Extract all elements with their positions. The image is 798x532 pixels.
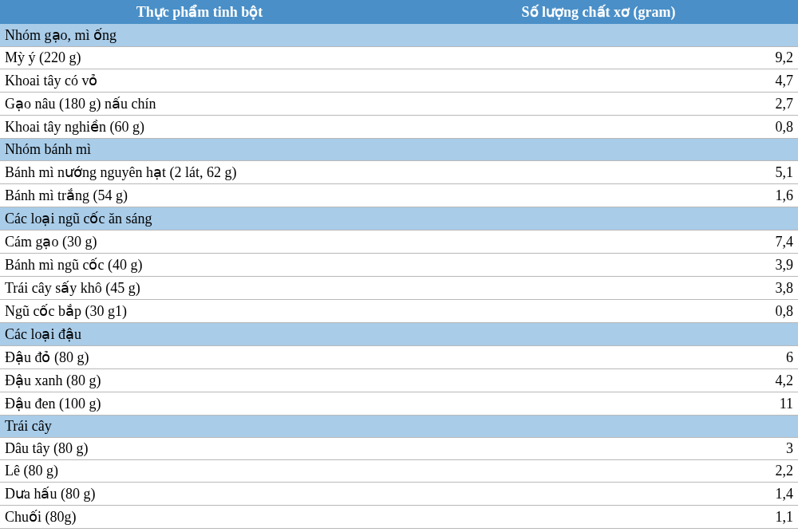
food-cell: Mỳ ý (220 g) [0, 47, 399, 69]
food-cell: Ngũ cốc bắp (30 g1) [0, 300, 399, 323]
table-row: Gạo nâu (180 g) nấu chín2,7 [0, 93, 798, 116]
food-cell: Lê (80 g) [0, 460, 399, 483]
fiber-cell: 1,1 [399, 506, 798, 529]
group-name: Nhóm gạo, mì ống [0, 24, 798, 47]
food-cell: Trái cây sấy khô (45 g) [0, 277, 399, 300]
food-cell: Đậu đen (100 g) [0, 392, 399, 416]
table-row: Cám gạo (30 g)7,4 [0, 231, 798, 254]
food-cell: Chuối (80g) [0, 506, 399, 529]
food-cell: Bánh mì ngũ cốc (40 g) [0, 254, 399, 277]
food-cell: Bánh mì nướng nguyên hạt (2 lát, 62 g) [0, 161, 399, 184]
table-row: Mỳ ý (220 g)9,2 [0, 47, 798, 69]
fiber-cell: 6 [399, 346, 798, 369]
fiber-cell: 2,2 [399, 460, 798, 483]
group-name: Các loại ngũ cốc ăn sáng [0, 207, 798, 231]
fiber-cell: 4,2 [399, 369, 798, 392]
table-row: Khoai tây có vỏ4,7 [0, 69, 798, 93]
fiber-cell: 5,1 [399, 161, 798, 184]
table-row: Đậu đỏ (80 g)6 [0, 346, 798, 369]
fiber-cell: 4,7 [399, 69, 798, 93]
table-row: Nho xanh, đỏ (80g)1 [0, 529, 798, 533]
food-cell: Bánh mì trắng (54 g) [0, 184, 399, 207]
fiber-cell: 9,2 [399, 47, 798, 69]
header-row: Thực phẩm tinh bột Số lượng chất xơ (gra… [0, 0, 798, 24]
fiber-cell: 0,8 [399, 300, 798, 323]
group-row: Các loại ngũ cốc ăn sáng [0, 207, 798, 231]
fiber-cell: 11 [399, 392, 798, 416]
table-row: Bánh mì trắng (54 g)1,6 [0, 184, 798, 207]
table-row: Đậu đen (100 g)11 [0, 392, 798, 416]
table-row: Lê (80 g)2,2 [0, 460, 798, 483]
table-row: Bánh mì nướng nguyên hạt (2 lát, 62 g)5,… [0, 161, 798, 184]
food-cell: Dưa hấu (80 g) [0, 483, 399, 506]
food-cell: Dâu tây (80 g) [0, 438, 399, 460]
fiber-cell: 2,7 [399, 93, 798, 116]
group-name: Trái cây [0, 416, 798, 438]
table-row: Chuối (80g)1,1 [0, 506, 798, 529]
fiber-cell: 3 [399, 438, 798, 460]
header-food: Thực phẩm tinh bột [0, 0, 399, 24]
group-row: Trái cây [0, 416, 798, 438]
table-row: Ngũ cốc bắp (30 g1)0,8 [0, 300, 798, 323]
food-cell: Đậu đỏ (80 g) [0, 346, 399, 369]
fiber-cell: 3,8 [399, 277, 798, 300]
group-name: Các loại đậu [0, 323, 798, 346]
food-cell: Nho xanh, đỏ (80g) [0, 529, 399, 533]
table-row: Dâu tây (80 g)3 [0, 438, 798, 460]
group-name: Nhóm bánh mì [0, 139, 798, 161]
food-cell: Đậu xanh (80 g) [0, 369, 399, 392]
table-row: Khoai tây nghiền (60 g)0,8 [0, 116, 798, 139]
header-fiber: Số lượng chất xơ (gram) [399, 0, 798, 24]
group-row: Nhóm gạo, mì ống [0, 24, 798, 47]
food-cell: Gạo nâu (180 g) nấu chín [0, 93, 399, 116]
table-row: Dưa hấu (80 g)1,4 [0, 483, 798, 506]
group-row: Các loại đậu [0, 323, 798, 346]
food-cell: Cám gạo (30 g) [0, 231, 399, 254]
fiber-cell: 3,9 [399, 254, 798, 277]
table-row: Đậu xanh (80 g)4,2 [0, 369, 798, 392]
fiber-cell: 1,4 [399, 483, 798, 506]
food-cell: Khoai tây nghiền (60 g) [0, 116, 399, 139]
fiber-cell: 1 [399, 529, 798, 533]
food-cell: Khoai tây có vỏ [0, 69, 399, 93]
table-row: Bánh mì ngũ cốc (40 g)3,9 [0, 254, 798, 277]
group-row: Nhóm bánh mì [0, 139, 798, 161]
fiber-cell: 0,8 [399, 116, 798, 139]
fiber-cell: 7,4 [399, 231, 798, 254]
fiber-table: Thực phẩm tinh bột Số lượng chất xơ (gra… [0, 0, 798, 532]
table-row: Trái cây sấy khô (45 g)3,8 [0, 277, 798, 300]
fiber-cell: 1,6 [399, 184, 798, 207]
